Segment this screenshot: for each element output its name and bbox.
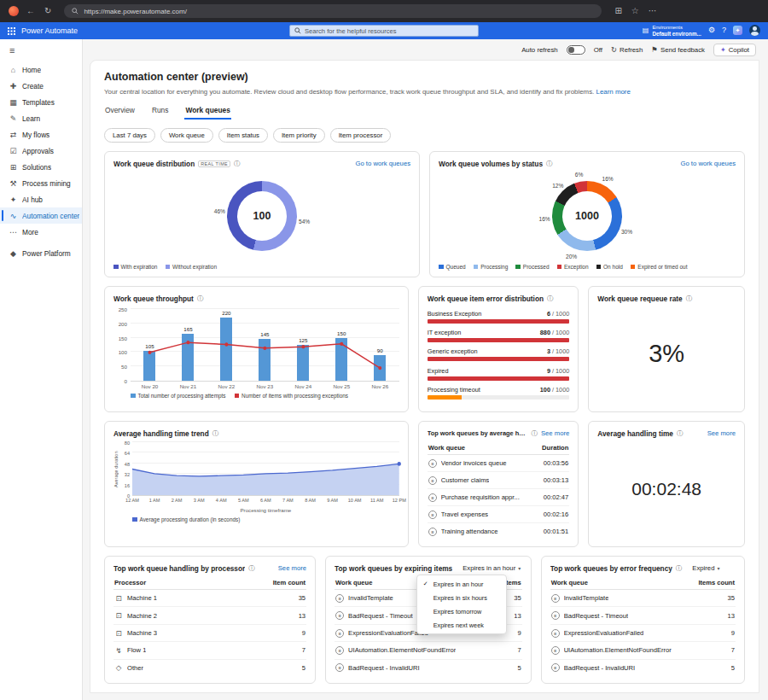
info-icon[interactable]: ⓘ: [212, 429, 219, 438]
filter-pill-work-queue[interactable]: Work queue: [160, 128, 213, 143]
checkmark-icon: ✓: [423, 580, 430, 587]
sidebar-item-more[interactable]: ⋯More: [0, 224, 82, 240]
learn-more-link[interactable]: Learn more: [596, 88, 631, 96]
sidebar-item-create[interactable]: ✚Create: [0, 78, 82, 94]
info-icon[interactable]: ⓘ: [677, 429, 684, 438]
queue-icon: ≡: [428, 459, 437, 468]
error-label: Business Exception: [428, 310, 482, 318]
info-icon[interactable]: ⓘ: [546, 160, 553, 168]
browser-split-screen-icon[interactable]: ⊞: [613, 7, 623, 15]
sidebar-item-label: Approvals: [22, 147, 54, 155]
browser-back-icon[interactable]: ←: [25, 7, 37, 15]
sidebar-item-solutions[interactable]: ⊞Solutions: [0, 159, 82, 175]
legend-label: Without expiration: [172, 264, 217, 270]
row-label: Flow 1: [127, 646, 146, 654]
sidebar-item-ai-hub[interactable]: ✦AI hub: [0, 191, 82, 207]
search-icon: [72, 8, 79, 15]
error-frequency-filter-dropdown[interactable]: Expired ▾: [692, 564, 719, 572]
go-to-work-queues-link[interactable]: Go to work queues: [680, 160, 736, 167]
row-label: Training attendance: [441, 528, 498, 535]
legend-item: With expiration: [113, 264, 158, 270]
sidebar-item-approvals[interactable]: ☑Approvals: [0, 143, 82, 159]
filter-pill-item-status[interactable]: Item status: [218, 128, 268, 143]
row-value: 5: [731, 664, 735, 672]
sidebar-item-label: Automation center: [22, 212, 79, 220]
sidebar-item-learn[interactable]: ✎Learn: [0, 110, 82, 126]
menu-item[interactable]: ✓Expires in an hour: [417, 577, 506, 591]
tab-work-queues[interactable]: Work queues: [184, 104, 230, 120]
error-value: 880 / 1000: [540, 329, 570, 336]
dropdown-value: Expires in an hour: [463, 564, 515, 572]
row-label: BadRequest - Timeout: [564, 612, 629, 620]
error-row-top: Generic exception3 / 1000: [428, 347, 570, 355]
expiring-filter-dropdown[interactable]: Expires in an hour ▾: [463, 564, 521, 572]
machine-icon: ⊡: [114, 611, 123, 620]
browser-address-bar[interactable]: https://make.powerautomate.com/: [64, 4, 602, 18]
templates-icon: ▦: [9, 98, 18, 107]
queue-icon: ≡: [428, 510, 437, 519]
info-icon[interactable]: ⓘ: [234, 160, 241, 168]
settings-gear-icon[interactable]: ⚙: [708, 26, 715, 34]
sidebar-item-automation-center[interactable]: ∿Automation center: [0, 207, 82, 224]
flow-icon: ↯: [114, 646, 123, 655]
browser-favorites-icon[interactable]: ☆: [630, 7, 641, 15]
sidebar-item-label: Create: [22, 82, 44, 90]
info-icon[interactable]: ⓘ: [197, 295, 204, 303]
menu-item[interactable]: Expires next week: [417, 618, 506, 632]
tab-overview[interactable]: Overview: [104, 104, 136, 120]
filter-pill-item-priority[interactable]: Item priority: [273, 128, 325, 143]
sidebar-item-home[interactable]: ⌂Home: [0, 61, 82, 78]
error-bar-track: [428, 376, 570, 381]
sidebar-item-templates[interactable]: ▦Templates: [0, 94, 82, 110]
row-value: 7: [517, 646, 521, 654]
row-label: Machine 2: [127, 612, 157, 620]
auto-refresh-toggle[interactable]: [567, 45, 585, 55]
table-row: ↯Flow 17: [113, 642, 306, 659]
send-feedback-button[interactable]: ⚑Send feedback: [651, 45, 705, 54]
copilot-button[interactable]: ✦Copilot: [713, 44, 756, 56]
browser-logo[interactable]: [9, 6, 19, 16]
help-icon[interactable]: ?: [722, 26, 726, 34]
see-more-link[interactable]: See more: [707, 429, 736, 437]
waffle-icon[interactable]: [8, 27, 15, 35]
app-launcher-grid: [8, 27, 15, 35]
environment-picker[interactable]: ▤ Environments Default environm...: [643, 25, 701, 38]
info-icon[interactable]: ⓘ: [547, 295, 554, 303]
row-value: 5: [517, 664, 521, 672]
filter-pill-last-7-days[interactable]: Last 7 days: [104, 128, 155, 143]
info-icon[interactable]: ⓘ: [676, 564, 683, 573]
error-label: Generic exception: [428, 347, 478, 355]
filter-pill-item-processor[interactable]: Item processor: [330, 128, 392, 143]
slice-percent-label: 20%: [566, 253, 577, 259]
refresh-button[interactable]: ↻Refresh: [611, 45, 643, 54]
browser-refresh-icon[interactable]: ↻: [43, 7, 53, 15]
menu-item-label: Expires in an hour: [433, 580, 484, 588]
app-title[interactable]: Power Automate: [21, 26, 78, 35]
sidebar-item-my-flows[interactable]: ⇄My flows: [0, 126, 82, 143]
table-row: ≡UIAutomation.ElementNotFoundError7: [550, 642, 736, 659]
header-search-input[interactable]: Search for the helpful resources: [289, 25, 479, 37]
menu-item[interactable]: Expires in six hours: [417, 591, 506, 604]
see-more-link[interactable]: See more: [278, 564, 306, 572]
error-count: 880: [540, 329, 550, 336]
y-tick-label: 250: [119, 306, 127, 312]
sidebar-item-power-platform[interactable]: ◆Power Platform: [0, 245, 82, 261]
legend-swatch: [631, 265, 636, 270]
see-more-link[interactable]: See more: [541, 429, 569, 437]
row-label: Machine 1: [127, 594, 157, 602]
user-avatar[interactable]: [749, 25, 760, 36]
tab-runs[interactable]: Runs: [151, 104, 170, 120]
copilot-icon[interactable]: ✦: [733, 26, 742, 35]
browser-menu-icon[interactable]: ⋯: [647, 7, 659, 15]
hamburger-menu-icon[interactable]: ≡: [0, 43, 82, 61]
menu-item[interactable]: Expires tomorrow: [417, 604, 506, 618]
legend-swatch: [132, 517, 137, 522]
info-icon[interactable]: ⓘ: [686, 295, 693, 303]
go-to-work-queues-link[interactable]: Go to work queues: [355, 160, 410, 167]
slice-percent-label: 54%: [299, 219, 310, 225]
sidebar-item-process-mining[interactable]: ⚒Process mining: [0, 175, 82, 191]
info-icon[interactable]: ⓘ: [531, 429, 538, 438]
card-avg-handling-trend: Average handling time trend ⓘ Average du…: [104, 421, 409, 547]
legend-item: Processing: [474, 264, 509, 270]
info-icon[interactable]: ⓘ: [248, 564, 255, 573]
